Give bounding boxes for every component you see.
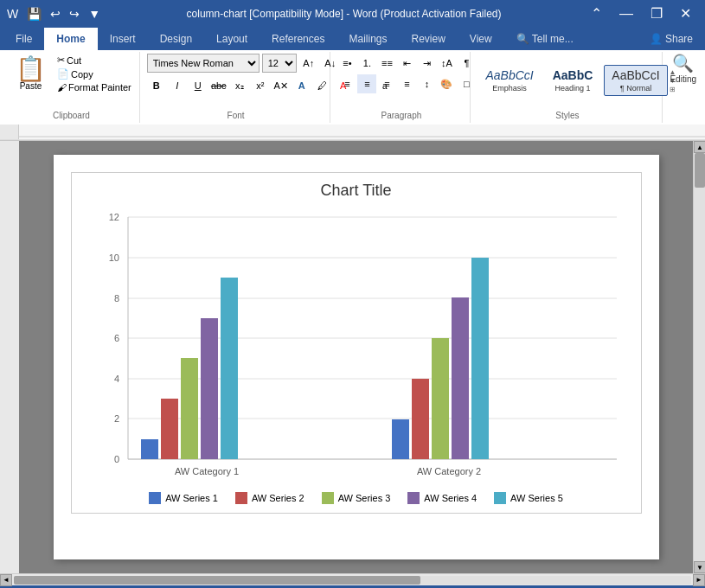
svg-rect-0 (19, 125, 705, 139)
svg-text:0: 0 (113, 454, 119, 464)
justify-button[interactable]: ≡ (397, 74, 416, 93)
restore-button[interactable]: ❐ (644, 5, 670, 22)
find-button[interactable]: 🔍 (674, 54, 693, 73)
tab-insert[interactable]: Insert (98, 28, 148, 50)
tab-layout[interactable]: Layout (204, 28, 260, 50)
redo-button[interactable]: ↪ (66, 5, 83, 22)
style-heading1[interactable]: AaBbC Heading 1 (545, 65, 601, 96)
tab-design[interactable]: Design (148, 28, 204, 50)
line-spacing-button[interactable]: ↕ (417, 74, 436, 93)
font-name-select[interactable]: Times New Roman (147, 54, 260, 73)
legend-color-4 (407, 492, 420, 504)
undo-button[interactable]: ↩ (47, 5, 64, 22)
paragraph-group: ≡• 1. ≡≡ ⇤ ⇥ ↕A ¶ ≡ ≡ ≡ ≡ ↕ 🎨 □ (332, 52, 471, 123)
align-left-button[interactable]: ≡ (337, 74, 356, 93)
heading-preview: AaBbC (553, 68, 593, 83)
ribbon-tab-bar: File Home Insert Design Layout Reference… (0, 28, 705, 50)
h-scroll-track[interactable] (14, 576, 691, 585)
svg-text:8: 8 (113, 293, 119, 304)
decrease-indent-button[interactable]: ⇤ (397, 54, 416, 73)
svg-rect-2 (0, 141, 19, 573)
legend-series-4: AW Series 4 (407, 492, 477, 504)
tab-mailings[interactable]: Mailings (336, 28, 399, 50)
tab-tell-me[interactable]: 🔍 Tell me... (504, 28, 586, 50)
svg-rect-26 (412, 379, 429, 459)
format-painter-button[interactable]: 🖌 Format Painter (54, 81, 134, 93)
h-scroll-thumb[interactable] (14, 576, 420, 585)
chart-svg: 0 2 4 6 8 10 12 (80, 208, 634, 485)
minimize-button[interactable]: — (612, 5, 640, 22)
ribbon-collapse-button[interactable]: ⌃ (584, 5, 609, 22)
increase-indent-button[interactable]: ⇥ (417, 54, 436, 73)
legend-series-2: AW Series 2 (235, 492, 304, 504)
title-bar: W 💾 ↩ ↪ ▼ column-chart [Compatibility Mo… (0, 0, 705, 28)
save-button[interactable]: 💾 (23, 5, 45, 22)
clipboard-group: 📋 Paste ✂ Cut 📄 Copy 🖌 Format Painter Cl… (3, 52, 140, 123)
editing-text: Editing (670, 74, 696, 84)
style-emphasis[interactable]: AaBbCcI Emphasis (477, 65, 541, 96)
strikethrough-button[interactable]: abc (209, 76, 228, 95)
scroll-track[interactable] (694, 153, 705, 561)
emphasis-label: Emphasis (492, 84, 527, 93)
text-highlight-button[interactable]: 🖊 (313, 76, 332, 95)
clear-format-button[interactable]: A✕ (272, 76, 291, 95)
copy-icon: 📄 (57, 68, 69, 80)
close-button[interactable]: ✕ (673, 5, 698, 22)
legend-label-2: AW Series 2 (252, 493, 304, 503)
align-right-button[interactable]: ≡ (377, 74, 396, 93)
tab-file[interactable]: File (3, 28, 44, 50)
document-main[interactable]: Chart Title 0 2 4 (19, 141, 693, 573)
svg-text:10: 10 (108, 252, 119, 263)
legend-series-3: AW Series 3 (322, 492, 391, 504)
customize-qa-button[interactable]: ▼ (85, 5, 104, 22)
scroll-left-button[interactable]: ◄ (0, 574, 12, 586)
shading-button[interactable]: 🎨 (437, 74, 456, 93)
bullets-button[interactable]: ≡• (337, 54, 356, 73)
scroll-thumb[interactable] (695, 153, 705, 188)
subscript-button[interactable]: x₂ (230, 76, 249, 95)
cut-button[interactable]: ✂ Cut (54, 54, 134, 67)
superscript-button[interactable]: x² (251, 76, 270, 95)
sort-button[interactable]: ↕A (437, 54, 456, 73)
chart-container: Chart Title 0 2 4 (71, 172, 642, 514)
bold-button[interactable]: B (147, 76, 166, 95)
tab-references[interactable]: References (260, 28, 336, 50)
svg-rect-27 (432, 338, 449, 459)
italic-button[interactable]: I (168, 76, 187, 95)
scroll-up-button[interactable]: ▲ (694, 141, 705, 153)
svg-rect-28 (452, 297, 469, 459)
legend-label-3: AW Series 3 (338, 493, 391, 503)
svg-text:12: 12 (108, 212, 119, 222)
align-center-button[interactable]: ≡ (357, 74, 376, 93)
svg-rect-22 (201, 318, 218, 459)
tab-review[interactable]: Review (399, 28, 457, 50)
ruler-svg (19, 125, 705, 139)
legend-series-5: AW Series 5 (494, 492, 563, 504)
horizontal-scrollbar: ◄ ► (0, 573, 705, 585)
increase-font-button[interactable]: A↑ (299, 54, 318, 73)
text-effect-button[interactable]: A (292, 76, 311, 95)
tab-home[interactable]: Home (44, 28, 97, 50)
para-row-2: ≡ ≡ ≡ ≡ ↕ 🎨 □ (337, 74, 476, 93)
svg-text:6: 6 (113, 333, 119, 343)
font-size-select[interactable]: 12 (262, 54, 297, 73)
word-page: Chart Title 0 2 4 (54, 155, 659, 559)
multilevel-list-button[interactable]: ≡≡ (377, 54, 396, 73)
share-button[interactable]: 👤 Share (638, 28, 705, 50)
editing-group: 🔍 Editing (664, 52, 702, 123)
svg-rect-23 (221, 278, 238, 459)
paragraph-label: Paragraph (332, 111, 470, 120)
underline-button[interactable]: U (189, 76, 208, 95)
normal-label: ¶ Normal (620, 84, 651, 93)
paste-button[interactable]: 📋 Paste (9, 54, 53, 94)
scroll-down-button[interactable]: ▼ (694, 561, 705, 573)
scroll-right-button[interactable]: ► (693, 574, 705, 586)
style-normal[interactable]: AaBbCcI ¶ Normal (604, 65, 667, 96)
window-title: column-chart [Compatibility Mode] - Word… (104, 8, 584, 20)
numbering-button[interactable]: 1. (357, 54, 376, 73)
svg-rect-25 (392, 419, 409, 459)
font-label: Font (142, 111, 330, 120)
copy-button[interactable]: 📄 Copy (54, 67, 134, 80)
format-painter-icon: 🖌 (57, 82, 67, 93)
tab-view[interactable]: View (458, 28, 504, 50)
